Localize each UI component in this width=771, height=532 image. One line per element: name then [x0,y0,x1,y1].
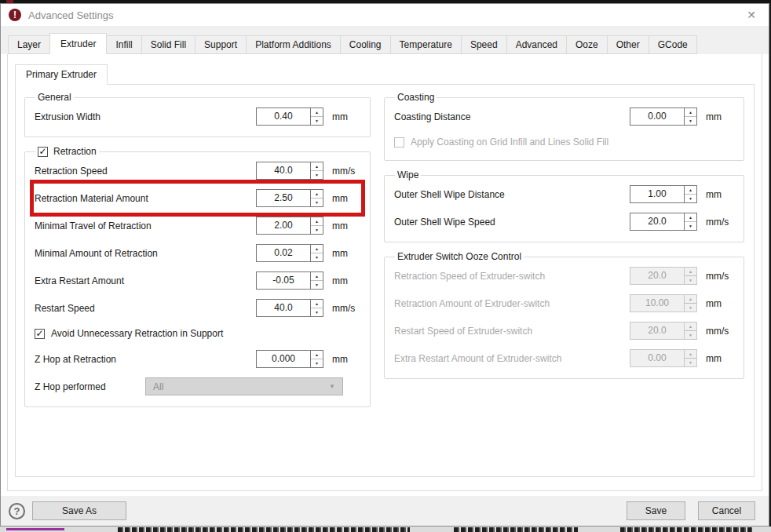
tab[interactable]: Other [607,35,649,54]
extruder-tab-page: Primary Extruder General Extrusion Width… [7,53,762,491]
background-accent-fragment [6,528,64,530]
spin-down-icon[interactable]: ▼ [311,199,323,206]
spinbox-input[interactable]: 0.02 ▲ ▼ [256,244,323,262]
spin-down-icon[interactable]: ▼ [685,117,696,125]
tab-primary-extruder[interactable]: Primary Extruder [15,64,108,85]
setting-row: Retraction Speed of Extruder-switch 20.0… [394,262,734,290]
save-button[interactable]: Save [627,501,685,520]
spinbox-value: 10.00 [630,295,684,312]
spin-up-icon[interactable]: ▲ [311,108,323,117]
tab[interactable]: Solid Fill [141,35,195,54]
unit-label: mm [332,275,360,286]
spinbox-input[interactable]: 40.0 ▲ ▼ [256,299,323,317]
tab[interactable]: Layer [8,35,50,54]
advanced-settings-dialog: ! Advanced Settings ✕ LayerExtruderInfil… [0,3,769,527]
tab[interactable]: Support [195,35,247,54]
spin-up-icon[interactable]: ▲ [311,272,323,281]
spinbox-value: 1.00 [630,186,684,202]
spin-down-icon[interactable]: ▼ [685,195,696,202]
background-text-fragment [118,527,410,532]
window-title: Advanced Settings [28,9,113,21]
tab[interactable]: Cooling [340,35,391,54]
unit-label: mm [332,248,360,259]
spin-down-icon: ▼ [685,276,696,284]
unit-label: mm/s [332,166,360,177]
spin-up-icon[interactable]: ▲ [685,108,696,117]
tab[interactable]: Advanced [506,35,567,54]
spinbox-input[interactable]: 0.00 ▲ ▼ [630,107,697,126]
setting-row: Retraction Material Amount 2.50 ▲ ▼ mm [35,184,360,212]
spinner-buttons: ▲ ▼ [310,190,323,206]
setting-label: Restart Speed [35,303,256,314]
tab[interactable]: Temperature [390,35,462,54]
spin-down-icon[interactable]: ▼ [311,281,323,289]
spin-up-icon[interactable]: ▲ [685,213,696,222]
spinbox-input[interactable]: 1.00 ▲ ▼ [630,185,697,203]
unit-label: mm [706,298,734,309]
spin-up-icon[interactable]: ▲ [311,245,323,253]
setting-label: Extra Restart Amount [35,275,256,286]
right-column: Coasting Coasting Distance 0.00 ▲ ▼ mm A… [384,90,744,476]
spin-down-icon[interactable]: ▼ [311,359,323,367]
spinner-buttons: ▲ ▼ [684,322,696,339]
tab[interactable]: Extruder [49,33,107,54]
cancel-button[interactable]: Cancel [698,501,755,520]
spinbox-input[interactable]: 2.00 ▲ ▼ [256,217,323,235]
spin-up-icon[interactable]: ▲ [311,217,323,226]
spin-down-icon[interactable]: ▼ [311,308,323,316]
spin-down-icon[interactable]: ▼ [685,222,696,230]
unit-label: mm [332,193,360,204]
group-retraction: ✓ Retraction Retraction Speed 40.0 ▲ ▼ m… [24,146,371,407]
tab[interactable]: Speed [461,35,507,54]
setting-label: Extrusion Width [35,111,256,122]
tab[interactable]: Platform Additions [246,35,341,54]
left-column: General Extrusion Width 0.40 ▲ ▼ mm ✓ Re… [24,90,371,476]
spinner-buttons: ▲ ▼ [310,108,323,125]
spinbox-input[interactable]: 40.0 ▲ ▼ [256,162,323,180]
avoid-retraction-checkbox[interactable]: ✓ [35,329,45,339]
tab[interactable]: Infill [106,35,141,54]
setting-row: Extra Restart Amount -0.05 ▲ ▼ mm [35,267,360,294]
setting-label: Minimal Travel of Retraction [35,220,256,231]
spin-down-icon[interactable]: ▼ [311,253,323,261]
retraction-checkbox[interactable]: ✓ [38,147,48,157]
apply-coasting-label: Apply Coasting on Grid Infill and Lines … [411,137,608,148]
spin-down-icon[interactable]: ▼ [311,226,323,234]
spin-up-icon[interactable]: ▲ [685,186,696,195]
spinner-buttons: ▲ ▼ [310,162,323,179]
close-icon[interactable]: ✕ [744,8,759,22]
group-general-title: General [35,92,74,103]
spinner-buttons: ▲ ▼ [684,186,696,202]
setting-label: Minimal Amount of Retraction [35,248,256,259]
app-logo-icon: ! [9,9,21,21]
dialog-footer: ? Save As Save Cancel [1,496,769,526]
setting-row: Coasting Distance 0.00 ▲ ▼ mm [394,103,734,130]
spin-up-icon[interactable]: ▲ [311,162,323,171]
background-window-bottom-sliver [0,527,771,532]
spin-down-icon[interactable]: ▼ [311,117,323,125]
spin-up-icon[interactable]: ▲ [311,351,323,359]
spin-up-icon[interactable]: ▲ [311,190,323,199]
background-text-fragment [454,527,578,532]
spinner-buttons: ▲ ▼ [684,350,696,366]
spin-up-icon[interactable]: ▲ [311,300,323,308]
primary-extruder-page: General Extrusion Width 0.40 ▲ ▼ mm ✓ Re… [15,84,755,477]
zhop-rows: Z Hop at Retraction 0.000 ▲ ▼ mm [35,345,360,373]
save-as-button[interactable]: Save As [32,501,126,520]
tab[interactable]: Ooze [566,35,608,54]
tab[interactable]: GCode [649,35,697,54]
spinbox-input[interactable]: 0.40 ▲ ▼ [256,107,323,126]
spin-up-icon: ▲ [685,350,696,359]
help-button[interactable]: ? [9,503,25,519]
spinbox-value: 0.00 [630,108,684,125]
spinbox-value: 40.0 [257,300,310,316]
spinbox-input[interactable]: 20.0 ▲ ▼ [630,213,697,231]
avoid-retraction-label: Avoid Unnecessary Retraction in Support [51,328,223,339]
spinbox-input[interactable]: 2.50 ▲ ▼ [256,189,323,207]
spinbox-input[interactable]: -0.05 ▲ ▼ [256,271,323,290]
setting-row: Outer Shell Wipe Distance 1.00 ▲ ▼ mm [394,180,734,208]
spinbox-input[interactable]: 0.000 ▲ ▼ [256,350,323,368]
spinbox-input: 10.00 ▲ ▼ [630,294,697,312]
spin-down-icon[interactable]: ▼ [311,171,323,179]
spinbox-value: 0.00 [630,350,684,366]
